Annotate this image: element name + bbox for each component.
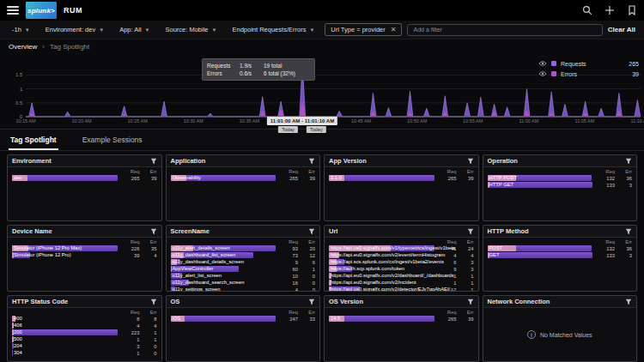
time-selection-range: 11:01:00 AM - 11:01:10 AM — [267, 117, 337, 125]
filter-funnel-icon[interactable] — [150, 299, 157, 305]
plus-icon[interactable] — [605, 5, 615, 15]
tooltip-rate: 0.6/s — [240, 69, 264, 77]
splunk-logo[interactable]: splunk> — [26, 2, 57, 19]
tag-value-row[interactable]: o11y_settings_screen40 — [171, 287, 316, 291]
tag-value-row[interactable]: Simulator (iPhone 12 Pro Max)22635 — [12, 245, 157, 251]
tab-tag-spotlight[interactable]: Tag Spotlight — [9, 130, 58, 150]
breadcrumb-overview[interactable]: Overview — [9, 43, 37, 51]
bar-zone: https://api.eu0.signalfx.com/v2/dashboar… — [329, 273, 434, 279]
req-value: 133 — [592, 183, 615, 188]
tag-value-row[interactable]: AppViewController601 — [171, 266, 316, 272]
hamburger-menu-icon[interactable] — [7, 6, 19, 15]
tag-value-row[interactable]: https://api.eu0.signalfx.com/v2/event/te… — [329, 252, 474, 258]
panel-column-headers: ReqErr — [8, 238, 161, 245]
tag-value-row[interactable]: HTTP GET1333 — [488, 182, 633, 188]
tag-value-row[interactable]: https://api.us0.signalfx.com/v2/detector… — [329, 287, 474, 291]
panel-os: OSReqErriOS24733 — [166, 295, 321, 362]
filter-pills: Environment: dev▼App: All▼Source: Mobile… — [40, 23, 320, 36]
chevron-down-icon: ▼ — [145, 27, 150, 33]
tag-value-row[interactable]: POST13236 — [488, 245, 633, 251]
tag-value-row[interactable]: o11y_alert_list_screen100 — [171, 273, 316, 279]
tag-value-row[interactable]: dev26539 — [12, 175, 157, 181]
bar-zone: o11y_dashboard_search_screen — [171, 280, 276, 286]
req-value: 265 — [434, 176, 457, 181]
tag-value-row[interactable]: 50011 — [12, 336, 157, 342]
search-icon[interactable] — [582, 5, 592, 15]
filter-funnel-icon[interactable] — [150, 228, 157, 235]
tag-value-row[interactable]: 30410 — [12, 350, 157, 356]
tag-value-row[interactable]: 20430 — [12, 343, 157, 349]
panel-column-headers: ReqErr — [167, 238, 320, 245]
filter-funnel-icon[interactable] — [308, 228, 315, 235]
tag-value-row[interactable]: o11y_dashboard_search_screen160 — [171, 280, 316, 286]
visibility-eye-icon[interactable] — [538, 60, 547, 67]
filter-funnel-icon[interactable] — [467, 299, 474, 305]
chevron-down-icon: ▼ — [99, 27, 104, 33]
err-column-header: Err — [615, 239, 632, 244]
legend-item[interactable]: Requests265 — [538, 58, 639, 69]
tag-value-row[interactable]: 14.526539 — [329, 316, 474, 322]
filter-funnel-icon[interactable] — [308, 158, 315, 165]
column-spacer — [329, 239, 434, 244]
filter-funnel-icon[interactable] — [150, 158, 157, 165]
filter-funnel-icon[interactable] — [308, 299, 315, 305]
tag-value-row[interactable]: 2002231 — [12, 329, 157, 335]
filter-chip-url-type[interactable]: Url Type = provider ✕ — [325, 23, 402, 36]
tag-value-row[interactable]: o11y_dashboard_list_screen7312 — [171, 252, 316, 258]
close-icon[interactable]: ✕ — [391, 26, 397, 33]
tag-value-row[interactable]: o11y_dashboard_details_screen96 — [171, 259, 316, 265]
panel-rows: 40088406442002231500112043030410 — [8, 316, 161, 361]
tag-value-row[interactable]: 40088 — [12, 316, 157, 322]
filter-funnel-icon[interactable] — [625, 299, 632, 305]
time-selection-to: Today — [307, 126, 326, 133]
tag-value-row[interactable]: 2.1.026539 — [329, 175, 474, 181]
tag-value-row[interactable]: https://api.us0.signalfx.com/v1/typemetr… — [329, 245, 474, 251]
x-tick-label: 11:05 AM — [574, 118, 594, 124]
err-value: 3 — [457, 260, 474, 265]
tag-value-row[interactable]: https://api.scs.splunk.com/cx/ingest/v1b… — [329, 259, 474, 265]
filter-pill[interactable]: Environment: dev▼ — [40, 23, 109, 36]
requests-bar — [12, 350, 13, 356]
splunk-logo-text: splunk> — [27, 7, 55, 15]
filter-funnel-icon[interactable] — [467, 228, 474, 235]
tag-value-row[interactable]: HTTP POST13236 — [488, 175, 633, 181]
tag-value-row[interactable]: https://api.eu0.signalfx.com/v2/dashboar… — [329, 273, 474, 279]
tag-value-label: o11y_alert_list_screen — [173, 273, 222, 279]
filter-funnel-icon[interactable] — [625, 158, 632, 165]
column-spacer — [171, 239, 276, 244]
err-value: 1 — [140, 337, 157, 342]
filter-funnel-icon[interactable] — [467, 158, 474, 165]
bookmark-icon[interactable] — [627, 5, 637, 15]
tag-value-label: POST — [489, 245, 503, 251]
req-value: 93 — [276, 246, 298, 251]
column-spacer — [329, 310, 434, 315]
filter-pill[interactable]: Source: Mobile▼ — [161, 23, 222, 36]
req-value: 73 — [276, 253, 298, 258]
err-value: 0 — [298, 274, 315, 279]
requests-errors-chart[interactable]: 00.511.5 10:15 AM10:20 AM10:25 AM10:30 A… — [0, 53, 644, 129]
tag-value-label: 2.1.0 — [331, 175, 342, 181]
tag-value-label: dev — [14, 175, 21, 181]
tag-value-row[interactable]: https://api.eu0.signalfx.com/v2/incident… — [329, 280, 474, 286]
add-filter-input[interactable] — [407, 24, 602, 36]
y-tick-label: 1 — [5, 87, 22, 92]
tag-value-row[interactable]: Observability26539 — [171, 175, 316, 181]
req-value: 9 — [276, 260, 298, 265]
req-value: 265 — [118, 176, 140, 181]
x-tick-label: 10:20 AM — [71, 118, 91, 124]
tag-value-row[interactable]: https://auth.scp.splunk.com/token93 — [329, 266, 474, 272]
tag-value-row[interactable]: iOS24733 — [171, 316, 316, 322]
tag-value-row[interactable]: Simulator (iPhone 12 Pro)394 — [12, 252, 157, 258]
filter-pill[interactable]: Endpoint Requests/Errors▼ — [228, 23, 320, 36]
tag-value-row[interactable]: o11y_alert_details_screen9320 — [171, 245, 316, 251]
bar-zone: POST — [488, 245, 593, 251]
tag-value-row[interactable]: GET1333 — [488, 252, 633, 258]
filter-funnel-icon[interactable] — [625, 228, 632, 235]
legend-item[interactable]: Errors39 — [538, 69, 639, 79]
tag-value-row[interactable]: 40644 — [12, 323, 157, 329]
clear-all-button[interactable]: Clear All — [608, 26, 637, 33]
visibility-eye-icon[interactable] — [538, 70, 547, 77]
tab-example-sessions[interactable]: Example Sessions — [81, 130, 144, 150]
filter-pill[interactable]: App: All▼ — [114, 23, 155, 36]
time-range-picker[interactable]: -1h ▼ — [7, 23, 35, 36]
